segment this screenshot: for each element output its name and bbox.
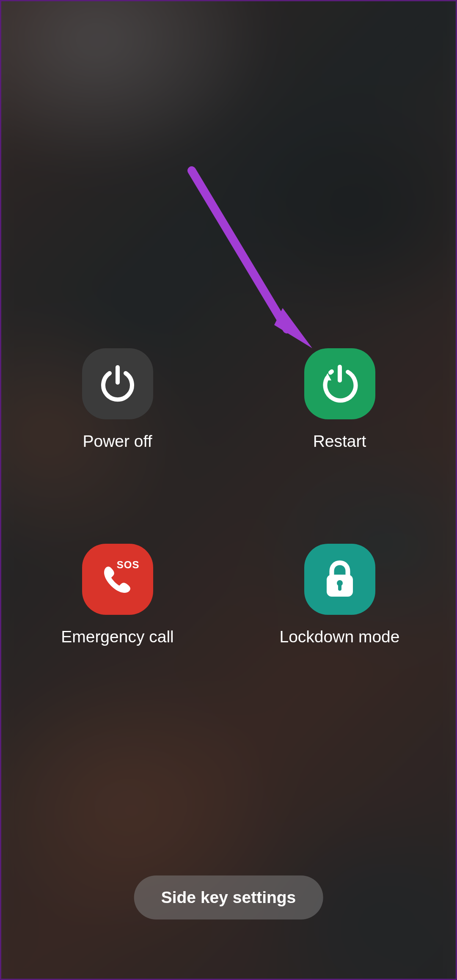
emergency-call-button[interactable]: SOS Emergency call bbox=[53, 544, 182, 646]
svg-marker-2 bbox=[274, 308, 312, 348]
power-menu-screen: Power off Restart SOS Emergency call bbox=[1, 1, 456, 979]
lockdown-mode-button[interactable]: Lockdown mode bbox=[275, 544, 404, 646]
lockdown-mode-label: Lockdown mode bbox=[279, 628, 399, 646]
svg-line-1 bbox=[192, 171, 287, 329]
lockdown-mode-icon bbox=[304, 544, 375, 615]
annotation-arrow bbox=[183, 162, 319, 361]
emergency-call-icon: SOS bbox=[82, 544, 153, 615]
emergency-call-label: Emergency call bbox=[61, 628, 174, 646]
power-off-icon bbox=[82, 348, 153, 419]
power-menu-grid: Power off Restart SOS Emergency call bbox=[53, 348, 404, 646]
power-off-label: Power off bbox=[83, 432, 152, 451]
side-key-settings-button[interactable]: Side key settings bbox=[134, 875, 323, 919]
power-off-button[interactable]: Power off bbox=[53, 348, 182, 451]
restart-button[interactable]: Restart bbox=[275, 348, 404, 451]
restart-icon bbox=[304, 348, 375, 419]
sos-badge: SOS bbox=[117, 559, 140, 571]
svg-rect-6 bbox=[338, 584, 341, 591]
restart-label: Restart bbox=[313, 432, 366, 451]
